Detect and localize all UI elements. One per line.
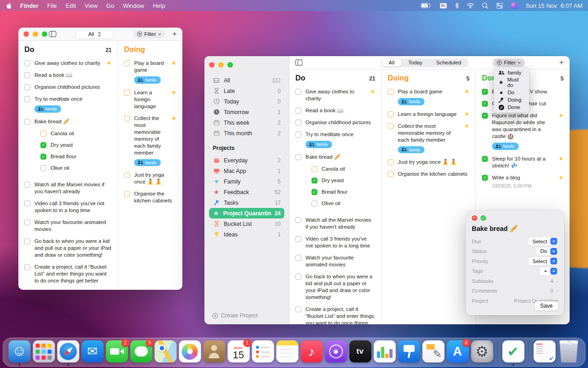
menu-window[interactable]: Window bbox=[123, 2, 144, 9]
task-row[interactable]: Watch all the Marvel movies if you haven… bbox=[24, 181, 112, 195]
filter-menu-item-doing[interactable]: Doing bbox=[494, 96, 529, 104]
star-icon[interactable]: ★ bbox=[171, 89, 176, 96]
dock-icon-system-preferences[interactable] bbox=[471, 340, 493, 362]
filter-button[interactable]: Filter bbox=[133, 30, 165, 38]
dock-icon-numbers[interactable] bbox=[373, 340, 396, 362]
menu-edit[interactable]: Edit bbox=[66, 2, 76, 9]
task-row[interactable]: Try to meditate oncefamily bbox=[24, 96, 112, 113]
star-icon[interactable]: ★ bbox=[559, 112, 564, 119]
menu-file[interactable]: File bbox=[47, 2, 57, 9]
due-dropdown[interactable]: Select bbox=[528, 237, 558, 245]
task-checkbox[interactable] bbox=[295, 274, 301, 280]
task-row[interactable]: ✓Sleep for 10 hours at a stretch! 💤★ bbox=[482, 155, 564, 169]
filter-menu-item-do[interactable]: ●Do bbox=[494, 88, 529, 96]
task-row[interactable]: Video call 3 friends you've not spoken t… bbox=[295, 236, 375, 249]
task-row[interactable]: Organise the kitchen cabinets bbox=[388, 171, 469, 178]
sidebar-toggle-icon[interactable] bbox=[295, 59, 303, 66]
dock-icon-notes[interactable] bbox=[276, 340, 298, 362]
sidebar-item-family[interactable]: ♥Family5 bbox=[209, 176, 284, 187]
task-checkbox[interactable]: ✓ bbox=[482, 101, 488, 107]
star-icon[interactable]: ★ bbox=[370, 88, 375, 95]
priority-dropdown[interactable]: Select bbox=[528, 257, 558, 265]
dock-icon-keynote[interactable] bbox=[398, 340, 420, 362]
task-checkbox[interactable] bbox=[24, 119, 30, 125]
subtask-checkbox[interactable] bbox=[40, 131, 46, 137]
wifi-icon[interactable] bbox=[467, 3, 474, 8]
task-row[interactable]: Create a project, call it “Bucket List” … bbox=[24, 264, 112, 284]
segment-all[interactable]: All bbox=[382, 59, 401, 67]
task-row[interactable]: Try to meditate oncefamily bbox=[295, 131, 375, 149]
star-icon[interactable]: ★ bbox=[464, 123, 469, 129]
task-checkbox[interactable] bbox=[388, 89, 394, 95]
task-checkbox[interactable] bbox=[295, 132, 301, 138]
detail-row-comments[interactable]: Comments 0› bbox=[472, 286, 558, 296]
task-checkbox[interactable]: ✓ bbox=[482, 175, 488, 181]
dock-icon-mail[interactable] bbox=[81, 340, 103, 362]
dock-icon-trash[interactable] bbox=[558, 340, 580, 362]
task-checkbox[interactable] bbox=[295, 108, 301, 114]
filter-menu-item-family[interactable]: family bbox=[494, 69, 529, 76]
subtask-row[interactable]: ✓Dry yeast bbox=[40, 142, 112, 149]
subtask-row[interactable]: Canola oil bbox=[311, 166, 375, 172]
subtask-row[interactable]: Olive oil bbox=[40, 165, 112, 172]
add-task-button[interactable]: + bbox=[172, 29, 177, 39]
dock-icon-finder[interactable] bbox=[8, 340, 30, 362]
sidebar-item-everyday[interactable]: Everyday2 bbox=[209, 155, 284, 166]
dock-icon-contacts[interactable] bbox=[203, 340, 225, 362]
dock-icon-calendar[interactable]: NOV151 bbox=[227, 340, 249, 362]
task-row[interactable]: Watch your favourite animated movies bbox=[24, 219, 112, 233]
menu-view[interactable]: View bbox=[85, 2, 97, 9]
task-tag[interactable]: family bbox=[134, 159, 161, 167]
close-button[interactable] bbox=[23, 31, 29, 37]
filter-button[interactable]: Filter bbox=[493, 58, 525, 67]
task-row[interactable]: Learn a foreign language★ bbox=[388, 111, 469, 118]
siri-icon[interactable] bbox=[511, 2, 518, 9]
search-icon[interactable] bbox=[482, 2, 488, 9]
task-tag[interactable]: family bbox=[305, 141, 332, 148]
star-icon[interactable]: ★ bbox=[171, 60, 176, 66]
dock-icon-minimized-window[interactable] bbox=[533, 340, 555, 362]
task-row[interactable]: Organise the kitchen cabinets bbox=[124, 190, 176, 204]
task-row[interactable]: Go back to when you were a kid and pull … bbox=[295, 273, 375, 301]
dock-icon-reminders[interactable] bbox=[252, 340, 274, 362]
task-row[interactable]: ✓Write a blog03/08/20, 5:00 PM★ bbox=[482, 174, 564, 189]
segment-scheduled[interactable]: Scheduled bbox=[429, 59, 468, 67]
dock-icon-music[interactable] bbox=[300, 340, 322, 362]
sidebar-item-feedback[interactable]: ★Feedback52 bbox=[209, 187, 284, 197]
task-checkbox[interactable] bbox=[24, 96, 30, 102]
menu-help[interactable]: Help bbox=[153, 2, 165, 9]
task-row[interactable]: Bake bread 🥖Canola oil✓Dry yeast✓Bread f… bbox=[24, 118, 112, 176]
filter-menu-item-done[interactable]: Done bbox=[494, 104, 529, 111]
task-row[interactable]: Just try yoga once 🧘 🧘 bbox=[124, 172, 176, 185]
task-checkbox[interactable] bbox=[24, 201, 30, 207]
subtask-checkbox[interactable]: ✓ bbox=[40, 154, 46, 160]
task-checkbox[interactable] bbox=[295, 120, 301, 126]
minimize-button[interactable] bbox=[33, 31, 38, 37]
task-row[interactable]: Organise childhood pictures bbox=[295, 119, 375, 126]
task-row[interactable]: Watch all the Marvel movies if you haven… bbox=[295, 217, 375, 230]
task-checkbox[interactable] bbox=[295, 255, 301, 261]
dock-icon-launchpad[interactable] bbox=[33, 340, 55, 362]
task-checkbox[interactable] bbox=[24, 264, 30, 270]
task-row[interactable]: Go back to when you were a kid and pull … bbox=[24, 238, 112, 259]
task-row[interactable]: Play a board gamefamily★ bbox=[388, 88, 469, 106]
task-checkbox[interactable] bbox=[24, 84, 30, 90]
dock-icon-facetime[interactable]: 1 bbox=[106, 340, 128, 362]
dock-icon-photos[interactable] bbox=[179, 340, 201, 362]
task-checkbox[interactable] bbox=[295, 89, 301, 95]
task-row[interactable]: Watch your favourite animated movies bbox=[295, 254, 375, 268]
task-row[interactable]: Read a book 📖 bbox=[295, 107, 375, 114]
star-icon[interactable]: ★ bbox=[464, 88, 469, 95]
task-checkbox[interactable] bbox=[124, 90, 130, 96]
task-tag[interactable]: family bbox=[134, 76, 161, 84]
scope-select[interactable]: All bbox=[75, 29, 114, 39]
task-checkbox[interactable] bbox=[295, 236, 301, 242]
task-checkbox[interactable] bbox=[24, 72, 30, 78]
task-checkbox[interactable] bbox=[388, 111, 394, 117]
star-icon[interactable]: ★ bbox=[559, 174, 564, 181]
task-tag[interactable]: family bbox=[398, 146, 424, 154]
task-tag[interactable]: family bbox=[398, 98, 424, 105]
subtask-checkbox[interactable]: ✓ bbox=[311, 178, 317, 184]
task-row[interactable]: Read a book 📖 bbox=[24, 72, 112, 79]
dock-icon-safari[interactable] bbox=[57, 340, 79, 362]
